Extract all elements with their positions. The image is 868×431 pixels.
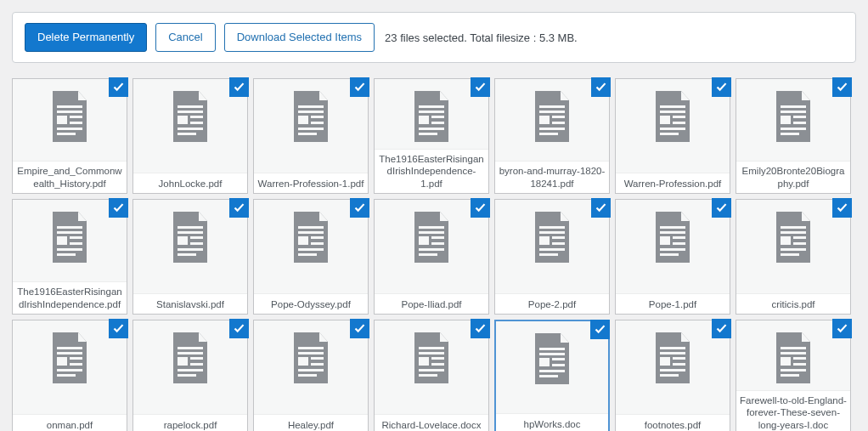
- file-item[interactable]: Pope-Odyssey.pdf: [253, 199, 369, 315]
- file-item[interactable]: Richard-Lovelace.docx: [374, 320, 489, 431]
- checkmark-icon[interactable]: [832, 319, 852, 338]
- checkmark-icon[interactable]: [350, 319, 369, 338]
- file-item[interactable]: Pope-1.pdf: [615, 199, 730, 315]
- file-item[interactable]: criticis.pdf: [736, 199, 851, 315]
- checkmark-icon[interactable]: [471, 319, 490, 338]
- checkmark-icon[interactable]: [832, 77, 852, 97]
- document-icon: [169, 212, 211, 263]
- file-item[interactable]: The1916EasterRisingandIrishIndependence-…: [374, 78, 489, 194]
- checkmark-icon[interactable]: [590, 320, 610, 339]
- file-label: byron-and-murray-1820-18241.pdf: [495, 161, 609, 193]
- document-icon: [290, 332, 332, 383]
- file-label: footnotes.pdf: [616, 414, 730, 431]
- document-icon: [410, 91, 453, 142]
- checkmark-icon[interactable]: [229, 198, 249, 218]
- document-icon: [290, 91, 332, 142]
- file-item[interactable]: JohnLocke.pdf: [132, 78, 248, 194]
- selection-status: 23 files selected. Total filesize : 5.3 …: [385, 31, 578, 44]
- checkmark-icon[interactable]: [109, 198, 128, 218]
- file-label: Richard-Lovelace.docx: [375, 414, 488, 431]
- document-icon: [772, 332, 814, 383]
- file-item[interactable]: Farewell-to-old-England-forever-These-se…: [736, 320, 851, 431]
- file-item[interactable]: Empire_and_Commonwealth_History.pdf: [12, 78, 127, 194]
- file-item[interactable]: Emily20Bronte20Biography.pdf: [736, 78, 851, 194]
- document-icon: [48, 212, 91, 263]
- file-item[interactable]: Stanislavski.pdf: [132, 199, 248, 315]
- file-label: Stanislavski.pdf: [133, 293, 247, 314]
- document-icon: [772, 91, 814, 142]
- file-label: Farewell-to-old-England-forever-These-se…: [736, 390, 850, 431]
- document-icon: [772, 212, 814, 263]
- download-selected-button[interactable]: Download Selected Items: [224, 23, 375, 52]
- file-label: rapelock.pdf: [133, 414, 247, 431]
- file-label: criticis.pdf: [736, 293, 850, 314]
- document-icon: [410, 332, 453, 383]
- checkmark-icon[interactable]: [350, 198, 369, 218]
- toolbar: Delete Permanently Cancel Download Selec…: [12, 12, 856, 63]
- document-icon: [651, 212, 694, 263]
- checkmark-icon[interactable]: [591, 198, 611, 218]
- file-item[interactable]: footnotes.pdf: [615, 320, 730, 431]
- file-item[interactable]: byron-and-murray-1820-18241.pdf: [494, 78, 610, 194]
- file-label: Pope-2.pdf: [495, 293, 609, 314]
- checkmark-icon[interactable]: [712, 319, 731, 338]
- document-icon: [48, 332, 91, 383]
- checkmark-icon[interactable]: [109, 77, 128, 97]
- file-label: Pope-Iliad.pdf: [375, 293, 488, 314]
- checkmark-icon[interactable]: [712, 198, 731, 218]
- file-item[interactable]: Warren-Profession-1.pdf: [253, 78, 369, 194]
- checkmark-icon[interactable]: [832, 198, 852, 218]
- checkmark-icon[interactable]: [229, 319, 249, 338]
- file-item[interactable]: Pope-Iliad.pdf: [374, 199, 489, 315]
- file-label: The1916EasterRisingandIrishIndependence-…: [375, 149, 488, 193]
- document-icon: [169, 91, 211, 142]
- document-icon: [531, 333, 573, 384]
- file-label: Warren-Profession-1.pdf: [254, 173, 368, 193]
- file-item[interactable]: onman.pdf: [12, 320, 127, 431]
- document-icon: [531, 212, 573, 263]
- document-icon: [48, 91, 91, 142]
- checkmark-icon[interactable]: [471, 77, 490, 97]
- document-icon: [290, 212, 332, 263]
- file-item[interactable]: hpWorks.doc: [494, 320, 610, 431]
- checkmark-icon[interactable]: [109, 319, 128, 338]
- document-icon: [169, 332, 211, 383]
- file-item[interactable]: Pope-2.pdf: [494, 199, 610, 315]
- checkmark-icon[interactable]: [591, 77, 611, 97]
- file-label: Warren-Profession.pdf: [616, 173, 730, 193]
- checkmark-icon[interactable]: [712, 77, 731, 97]
- file-label: onman.pdf: [13, 414, 127, 431]
- cancel-button[interactable]: Cancel: [155, 23, 215, 52]
- file-label: Pope-Odyssey.pdf: [254, 293, 368, 314]
- document-icon: [410, 212, 453, 263]
- file-label: Healey.pdf: [254, 414, 368, 431]
- checkmark-icon[interactable]: [229, 77, 249, 97]
- file-item[interactable]: rapelock.pdf: [132, 320, 248, 431]
- checkmark-icon[interactable]: [471, 198, 490, 218]
- document-icon: [651, 91, 694, 142]
- document-icon: [651, 332, 694, 383]
- file-label: JohnLocke.pdf: [133, 173, 247, 193]
- checkmark-icon[interactable]: [350, 77, 369, 97]
- file-label: Empire_and_Commonwealth_History.pdf: [13, 161, 127, 193]
- file-label: hpWorks.doc: [496, 413, 608, 431]
- file-grid: Empire_and_Commonwealth_History.pdfJohnL…: [12, 78, 856, 431]
- file-item[interactable]: The1916EasterRisingandIrishIndependence.…: [12, 199, 127, 315]
- file-label: Emily20Bronte20Biography.pdf: [736, 161, 850, 193]
- document-icon: [531, 91, 573, 142]
- file-label: The1916EasterRisingandIrishIndependence.…: [13, 281, 127, 314]
- delete-permanently-button[interactable]: Delete Permanently: [25, 23, 147, 52]
- file-label: Pope-1.pdf: [616, 293, 730, 314]
- file-item[interactable]: Warren-Profession.pdf: [615, 78, 730, 194]
- file-item[interactable]: Healey.pdf: [253, 320, 369, 431]
